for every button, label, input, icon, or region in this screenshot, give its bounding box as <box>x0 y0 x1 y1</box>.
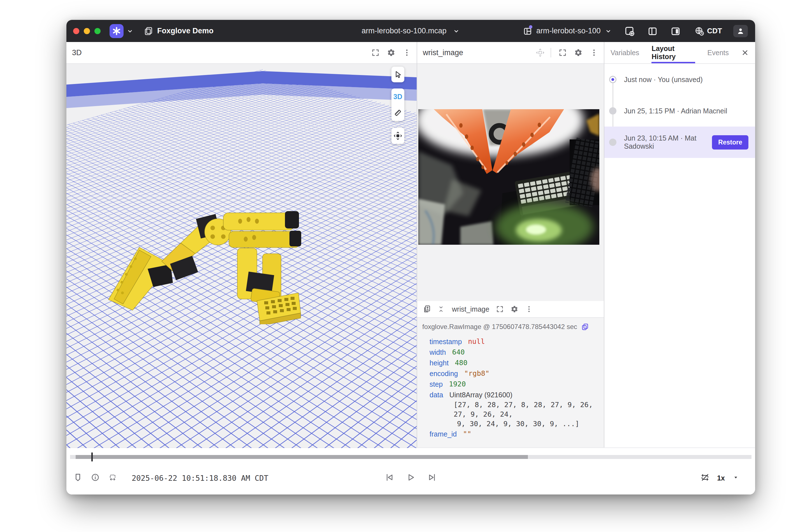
globe-clock-icon <box>694 26 705 36</box>
gear-icon[interactable] <box>387 48 395 57</box>
playback-right-group: 1x <box>700 473 739 483</box>
layouts-icon <box>144 26 153 36</box>
collapse-all-icon[interactable] <box>437 306 445 313</box>
wrist-camera-image[interactable] <box>418 109 599 245</box>
tab-events[interactable]: Events <box>708 42 729 63</box>
gear-icon[interactable] <box>574 48 582 57</box>
fullscreen-icon[interactable] <box>559 48 567 57</box>
raw-messages-header[interactable]: wrist_image <box>417 301 604 318</box>
current-timestamp[interactable]: 2025-06-22 10:51:18.830 AM CDT <box>132 474 269 483</box>
playback-left-group: 2025-06-22 10:51:18.830 AM CDT <box>67 473 269 483</box>
viewport-3d[interactable]: 3D <box>67 64 417 448</box>
layout-chevron-icon <box>605 27 612 35</box>
select-tool-button[interactable] <box>391 66 404 82</box>
history-dot <box>609 138 617 146</box>
kebab-menu-icon[interactable] <box>403 48 411 57</box>
header-divider <box>551 48 551 57</box>
image-recenter-icon[interactable] <box>536 48 545 57</box>
field-row[interactable]: frame_id "" <box>430 429 604 439</box>
restore-button[interactable]: Restore <box>712 135 749 149</box>
titlebar-right: arm-lerobot-so-100 <box>523 20 755 42</box>
ruler-icon <box>395 110 401 116</box>
playback-range-icon[interactable] <box>108 473 117 483</box>
layout-history-list: Just now · You (unsaved) Jun 25, 1:15 PM… <box>604 64 755 158</box>
history-entry[interactable]: Just now · You (unsaved) <box>604 64 755 95</box>
data-source-chevron-icon <box>453 27 460 35</box>
timeline-scrubber[interactable] <box>70 455 752 459</box>
image-panel-header[interactable]: wrist_image <box>417 42 604 64</box>
field-row[interactable]: timestamp null <box>430 336 604 347</box>
foxglove-window: Foxglove Demo arm-lerobot-so-100.mcap ar… <box>67 20 755 494</box>
playback-bar: 2025-06-22 10:51:18.830 AM CDT 1x <box>67 447 755 494</box>
kebab-menu-icon[interactable] <box>590 48 598 57</box>
add-panel-button[interactable] <box>624 26 635 36</box>
fullscreen-icon[interactable] <box>496 305 504 313</box>
copy-message-icon[interactable] <box>581 323 589 331</box>
app-menu-chevron-icon[interactable] <box>126 27 134 35</box>
loop-off-icon[interactable] <box>700 473 710 483</box>
view-tools-group: 3D <box>391 88 404 121</box>
play-button[interactable] <box>406 473 416 483</box>
history-entry-label: Jun 23, 10:15 AM · Mat Sadowski <box>624 134 712 150</box>
left-sidebar-toggle[interactable] <box>647 26 658 36</box>
create-event-icon[interactable] <box>73 473 82 483</box>
close-window-button[interactable] <box>73 28 79 34</box>
window-controls <box>73 28 101 34</box>
data-source-title: arm-lerobot-so-100.mcap <box>361 27 446 35</box>
raw-messages-body: foxglove.RawImage @ 1750607478.785443042… <box>417 318 604 448</box>
playback-speed[interactable]: 1x <box>717 474 725 482</box>
middle-column: wrist_image <box>417 42 604 448</box>
viewport-toolbar: 3D <box>391 66 404 144</box>
seek-forward-button[interactable] <box>427 473 437 483</box>
right-sidebar-toggle[interactable] <box>670 26 681 36</box>
close-sidebar-icon[interactable] <box>741 42 749 63</box>
history-entry[interactable]: Jun 23, 10:15 AM · Mat Sadowski Restore <box>604 127 755 158</box>
seek-backward-button[interactable] <box>385 473 394 483</box>
field-row[interactable]: encoding "rgb8" <box>430 368 604 379</box>
raw-panel-title: wrist_image <box>452 305 489 313</box>
history-entry-label: Just now · You (unsaved) <box>624 76 703 84</box>
titlebar: Foxglove Demo arm-lerobot-so-100.mcap ar… <box>67 20 755 42</box>
layout-menu-button[interactable]: arm-lerobot-so-100 <box>523 26 612 36</box>
zoom-window-button[interactable] <box>95 28 101 34</box>
history-current-dot <box>609 76 617 83</box>
cursor-icon <box>396 71 401 77</box>
fullscreen-icon[interactable] <box>371 48 380 57</box>
data-source-info-icon[interactable] <box>91 473 100 483</box>
main-area: 3D <box>67 42 755 448</box>
image-panel-title: wrist_image <box>423 48 463 57</box>
tab-layout-history[interactable]: Layout History <box>651 42 695 63</box>
kebab-menu-icon[interactable] <box>525 305 533 313</box>
minimize-window-button[interactable] <box>84 28 90 34</box>
recenter-camera-button[interactable] <box>391 128 404 144</box>
message-fields: timestamp null width 640 height 480 en <box>422 336 604 439</box>
message-schema-line: foxglove.RawImage @ 1750607478.785443042… <box>422 323 604 331</box>
field-row[interactable]: height 480 <box>430 357 604 368</box>
diff-document-icon[interactable] <box>423 305 431 313</box>
field-array-line: [27, 8, 28, 27, 8, 28, 27, 9, 26, 27, 9,… <box>430 400 604 419</box>
user-avatar-button[interactable] <box>733 25 748 37</box>
field-row[interactable]: width 640 <box>430 347 604 357</box>
toggle-3d-button[interactable]: 3D <box>391 88 404 105</box>
foxglove-logo[interactable] <box>110 24 124 38</box>
desktop: Foxglove Demo arm-lerobot-so-100.mcap ar… <box>0 0 812 532</box>
panel-3d: 3D <box>67 42 417 448</box>
layout-name: arm-lerobot-so-100 <box>536 27 601 35</box>
data-source-button[interactable]: arm-lerobot-so-100.mcap <box>361 20 460 42</box>
image-panel-body <box>417 64 604 301</box>
measure-tool-button[interactable] <box>391 105 404 121</box>
gear-icon[interactable] <box>510 305 518 313</box>
tab-variables[interactable]: Variables <box>611 42 639 63</box>
field-row[interactable]: data Uint8Array (921600) <box>430 389 604 400</box>
right-sidebar: Variables Layout History Events Just now… <box>604 42 755 448</box>
speed-caret-icon[interactable] <box>732 474 739 482</box>
playhead[interactable] <box>91 453 93 461</box>
pan-control-icon <box>394 132 402 139</box>
field-row[interactable]: step 1920 <box>430 379 604 389</box>
panel-3d-title: 3D <box>72 48 82 57</box>
panel-3d-header[interactable]: 3D <box>67 42 417 64</box>
timezone-button[interactable]: CDT <box>694 26 722 36</box>
history-entry[interactable]: Jun 25, 1:15 PM · Adrian Macneil <box>604 95 755 127</box>
message-schema-text: foxglove.RawImage @ 1750607478.785443042… <box>422 323 577 331</box>
playback-controls-row: 2025-06-22 10:51:18.830 AM CDT 1x <box>67 466 755 490</box>
